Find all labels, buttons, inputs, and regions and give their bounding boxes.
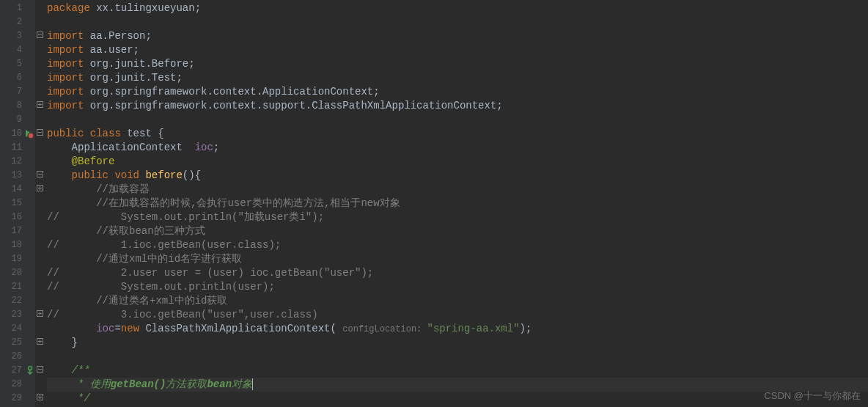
fold-marker[interactable] (37, 99, 43, 113)
fold-marker[interactable] (37, 392, 43, 406)
fold-marker[interactable] (37, 308, 43, 322)
code-token: aa.user; (90, 44, 139, 56)
code-line[interactable]: public class test { (47, 127, 868, 141)
line-number: 27 (0, 364, 35, 378)
code-token: ioc (195, 142, 213, 153)
line-number: 24 (0, 322, 35, 336)
line-number: 11 (0, 141, 35, 155)
code-line[interactable]: // System.out.println(user); (47, 280, 868, 294)
fold-marker[interactable] (37, 183, 43, 197)
code-token: /** (72, 364, 90, 376)
code-token: //加载容器 (96, 183, 150, 195)
fold-marker[interactable] (37, 127, 43, 141)
line-number: 29 (0, 392, 35, 406)
fold-marker[interactable] (37, 336, 43, 350)
code-token: (){ (183, 169, 201, 181)
line-number: 5 (0, 57, 35, 71)
line-number: 15 (0, 197, 35, 210)
code-token: xx.tulingxueyuan; (96, 2, 201, 14)
code-token: new (121, 323, 146, 334)
svg-point-1 (28, 133, 34, 139)
code-token: bean (207, 378, 232, 390)
code-line[interactable]: ApplicationContext ioc; (47, 141, 868, 155)
code-line[interactable]: import org.springframework.context.Appli… (47, 85, 868, 99)
code-token (47, 364, 72, 376)
code-token: 对象 (232, 378, 252, 390)
code-line[interactable]: * 使用getBean()方法获取bean对象 (47, 378, 868, 392)
code-token (47, 323, 96, 334)
line-number: 23 (0, 308, 35, 322)
code-line[interactable]: import org.junit.Test; (47, 71, 868, 85)
line-number: 1 (0, 1, 35, 15)
code-token: // 1.ioc.getBean(user.class); (47, 239, 281, 251)
line-number: 19 (0, 252, 35, 266)
code-line[interactable]: //加载容器 (47, 183, 868, 197)
code-token: test (127, 128, 158, 139)
implements-icon[interactable] (26, 366, 34, 375)
code-line[interactable]: // 2.user user = (user) ioc.getBean("use… (47, 266, 868, 280)
code-token: // 2.user user = (user) ioc.getBean("use… (47, 267, 373, 279)
line-number: 7 (0, 85, 35, 99)
code-area[interactable]: package xx.tulingxueyuan;import aa.Perso… (44, 0, 868, 407)
line-gutter: 1234567891011121314151617181920212223242… (0, 0, 35, 407)
line-number: 2 (0, 15, 35, 29)
code-line[interactable] (47, 350, 868, 364)
code-line[interactable]: // 1.ioc.getBean(user.class); (47, 238, 868, 252)
code-line[interactable]: //在加载容器的时候,会执行user类中的构造方法,相当于new对象 (47, 197, 868, 210)
code-line[interactable]: */ (47, 392, 868, 406)
code-token: "spring-aa.xml" (427, 323, 520, 334)
code-line[interactable]: import org.springframework.context.suppo… (47, 99, 868, 113)
code-token: // 3.ioc.getBean("user",user.class) (47, 309, 318, 320)
code-token: ; (213, 142, 219, 153)
code-line[interactable]: package xx.tulingxueyuan; (47, 1, 868, 15)
code-editor[interactable]: 1234567891011121314151617181920212223242… (0, 0, 868, 407)
line-number: 28 (0, 378, 35, 392)
code-token: import (47, 30, 90, 42)
code-token: import (47, 72, 90, 84)
code-token: @Before (72, 155, 115, 167)
code-token: = (114, 323, 120, 334)
code-token: package (47, 2, 96, 14)
line-number: 3 (0, 29, 35, 43)
code-line[interactable]: import aa.user; (47, 43, 868, 57)
code-line[interactable]: import org.junit.Before; (47, 57, 868, 71)
code-token (47, 253, 96, 265)
code-line[interactable]: import aa.Person; (47, 29, 868, 43)
code-line[interactable]: // System.out.println("加载user类i"); (47, 210, 868, 224)
code-token: getBean() (111, 378, 166, 390)
code-line[interactable]: ioc=new ClassPathXmlApplicationContext( … (47, 322, 868, 336)
code-line[interactable]: } (47, 336, 868, 350)
line-number: 21 (0, 280, 35, 294)
line-number: 4 (0, 43, 35, 57)
code-token: import (47, 58, 90, 70)
code-token: } (47, 337, 78, 348)
code-token: // System.out.println(user); (47, 281, 275, 293)
code-line[interactable] (47, 113, 868, 127)
code-line[interactable]: /** (47, 364, 868, 378)
code-token: //通过类名+xml中的id获取 (96, 295, 227, 307)
code-line[interactable]: // 3.ioc.getBean("user",user.class) (47, 308, 868, 322)
code-token (47, 155, 72, 167)
code-line[interactable]: public void before(){ (47, 169, 868, 183)
code-line[interactable] (47, 15, 868, 29)
run-test-icon[interactable] (23, 128, 34, 139)
svg-point-2 (29, 367, 32, 370)
code-token (47, 183, 96, 195)
code-line[interactable]: //获取bean的三种方式 (47, 224, 868, 238)
code-line[interactable]: //通过类名+xml中的id获取 (47, 294, 868, 308)
fold-marker[interactable] (37, 364, 43, 378)
code-token: //在加载容器的时候,会执行user类中的构造方法,相当于new对象 (96, 197, 400, 209)
line-number: 20 (0, 266, 35, 280)
code-token: { (158, 128, 163, 139)
fold-marker[interactable] (37, 29, 43, 43)
line-number: 13 (0, 169, 35, 183)
code-token (47, 197, 96, 209)
fold-marker[interactable] (37, 169, 43, 183)
code-line[interactable]: //通过xml中的id名字进行获取 (47, 252, 868, 266)
text-caret (252, 378, 253, 390)
line-number: 6 (0, 71, 35, 85)
line-number: 25 (0, 336, 35, 350)
code-line[interactable]: @Before (47, 155, 868, 169)
code-token: before (145, 169, 182, 181)
code-token: org.junit.Test; (90, 72, 183, 84)
